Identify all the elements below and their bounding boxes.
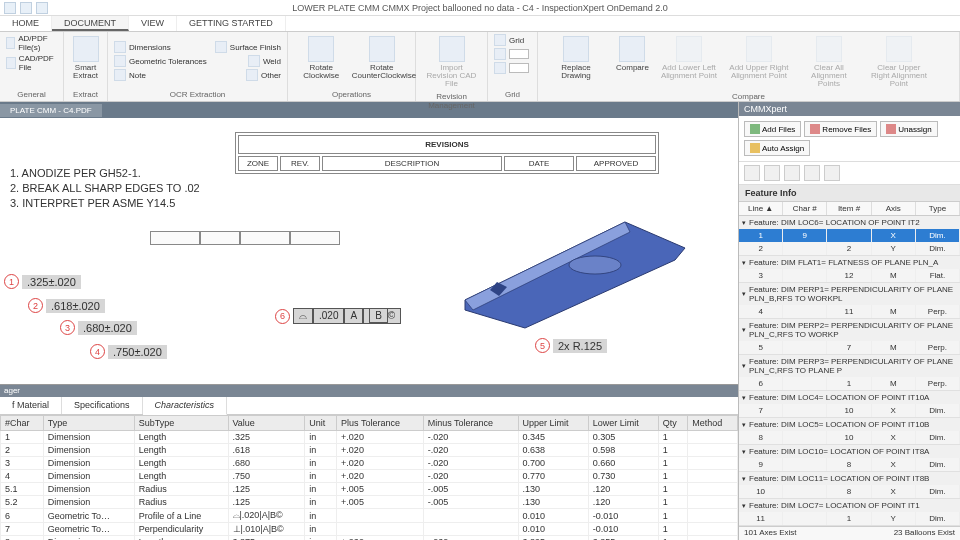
feature-header[interactable]: ▾Feature: DIM FLAT1= FLATNESS OF PLANE P…: [739, 256, 960, 269]
feature-group: ▾Feature: DIM LOC11= LOCATION OF POINT I…: [739, 472, 960, 499]
char-row[interactable]: 2DimensionLength.618in+.020-.0200.6380.5…: [1, 444, 738, 457]
qat-undo-icon[interactable]: [20, 2, 32, 14]
feature-row[interactable]: 411MPerp.: [739, 305, 960, 318]
feature-header[interactable]: ▾Feature: DIM LOC6= LOCATION OF POINT IT…: [739, 216, 960, 229]
unassign-button[interactable]: Unassign: [880, 121, 937, 137]
add-pdf-files-button[interactable]: AD/PDF File(s): [6, 34, 57, 52]
char-col[interactable]: Method: [688, 416, 738, 431]
chevron-down-icon: ▾: [742, 362, 746, 370]
tool-1-icon[interactable]: [744, 165, 760, 181]
tab-getting-started[interactable]: GETTING STARTED: [177, 16, 286, 31]
compare-button[interactable]: Compare: [614, 34, 651, 90]
rotate-ccw-button[interactable]: Rotate CounterClockwise: [355, 34, 410, 88]
char-row[interactable]: 1DimensionLength.325in+.020-.0200.3450.3…: [1, 431, 738, 444]
char-row[interactable]: 3DimensionLength.680in+.020-.0200.7000.6…: [1, 457, 738, 470]
grid-select-1[interactable]: [494, 48, 531, 60]
char-col[interactable]: Qty: [658, 416, 687, 431]
feature-row[interactable]: 57MPerp.: [739, 341, 960, 354]
char-col[interactable]: Plus Tolerance: [337, 416, 424, 431]
smart-extract-button[interactable]: Smart Extract: [70, 34, 101, 88]
feature-row[interactable]: 111YDim.: [739, 512, 960, 525]
feature-group: ▾Feature: DIM FLAT1= FLATNESS OF PLANE P…: [739, 256, 960, 283]
tool-3-icon[interactable]: [784, 165, 800, 181]
feature-row[interactable]: 108XDim.: [739, 485, 960, 498]
feature-header[interactable]: ▾Feature: DIM LOC11= LOCATION OF POINT I…: [739, 472, 960, 485]
qat-save-icon[interactable]: [4, 2, 16, 14]
characteristics-grid[interactable]: #CharTypeSubTypeValueUnitPlus ToleranceM…: [0, 415, 738, 540]
char-col[interactable]: Upper Limit: [518, 416, 588, 431]
balloon-6[interactable]: 6 ⌓ .020 A B©: [275, 308, 401, 324]
feature-info-body[interactable]: ▾Feature: DIM LOC6= LOCATION OF POINT IT…: [739, 216, 960, 526]
feature-header[interactable]: ▾Feature: DIM LOC5= LOCATION OF POINT IT…: [739, 418, 960, 431]
tab-characteristics[interactable]: Characteristics: [143, 397, 228, 415]
char-row[interactable]: 5.2DimensionRadius.125in+.005-.005.130.1…: [1, 496, 738, 509]
feature-row[interactable]: 19XDim.: [739, 229, 960, 242]
document-tab[interactable]: PLATE CMM - C4.PDF: [0, 104, 102, 117]
feature-row[interactable]: 22YDim.: [739, 242, 960, 255]
grid-toggle[interactable]: Grid: [494, 34, 531, 46]
tab-specifications[interactable]: Specifications: [62, 397, 143, 414]
feature-row[interactable]: 710XDim.: [739, 404, 960, 417]
feature-row[interactable]: 810XDim.: [739, 431, 960, 444]
tab-home[interactable]: HOME: [0, 16, 52, 31]
cad-pdf-file-button[interactable]: CAD/PDF File: [6, 54, 57, 72]
chevron-down-icon: ▾: [742, 448, 746, 456]
ocr-dimensions-button[interactable]: DimensionsSurface Finish: [114, 41, 281, 53]
char-col[interactable]: #Char: [1, 416, 44, 431]
char-col[interactable]: Value: [228, 416, 305, 431]
feature-header[interactable]: ▾Feature: DIM PERP2= PERPENDICULARITY OF…: [739, 319, 960, 341]
char-row[interactable]: 8DimensionLength2.875in+.020-.0202.8952.…: [1, 536, 738, 541]
feature-header[interactable]: ▾Feature: DIM PERP3= PERPENDICULARITY OF…: [739, 355, 960, 377]
clear-ur-align-button[interactable]: Clear Upper Right Alignment Point: [867, 34, 931, 90]
add-files-button[interactable]: Add Files: [744, 121, 801, 137]
add-lower-left-button[interactable]: Add Lower Left Alignment Point: [657, 34, 721, 90]
char-col[interactable]: Type: [43, 416, 134, 431]
qat-redo-icon[interactable]: [36, 2, 48, 14]
balloon-5[interactable]: 52x R.125: [535, 338, 607, 353]
char-col[interactable]: Lower Limit: [588, 416, 658, 431]
align-ur-icon: [746, 36, 772, 62]
import-revision-button[interactable]: Import Revision CAD File: [422, 34, 481, 90]
replace-drawing-button[interactable]: Replace Drawing: [544, 34, 608, 90]
char-row[interactable]: 7Geometric To…Perpendicularity⊥|.010|A|B…: [1, 523, 738, 536]
tab-document[interactable]: DOCUMENT: [52, 16, 129, 31]
grid-select-2[interactable]: [494, 62, 531, 74]
char-col[interactable]: SubType: [134, 416, 228, 431]
status-balloons: 23 Balloons Exist: [894, 528, 955, 539]
balloon-3[interactable]: 3.680±.020: [60, 320, 137, 335]
char-row[interactable]: 6Geometric To…Profile of a Line⌓|.020|A|…: [1, 509, 738, 523]
tab-view[interactable]: VIEW: [129, 16, 177, 31]
feature-row[interactable]: 98XDim.: [739, 458, 960, 471]
tool-4-icon[interactable]: [804, 165, 820, 181]
rotate-cw-icon: [308, 36, 334, 62]
auto-assign-button[interactable]: Auto Assign: [744, 140, 810, 156]
drawing-canvas[interactable]: REVISIONS ZONE REV. DESCRIPTION DATE APP…: [0, 118, 738, 384]
add-upper-right-button[interactable]: Add Upper Right Alignment Point: [727, 34, 791, 90]
feature-row[interactable]: 61MPerp.: [739, 377, 960, 390]
char-col[interactable]: Minus Tolerance: [423, 416, 518, 431]
feature-header[interactable]: ▾Feature: DIM PERP1= PERPENDICULARITY OF…: [739, 283, 960, 305]
char-row[interactable]: 5.1DimensionRadius.125in+.005-.005.130.1…: [1, 483, 738, 496]
feature-header[interactable]: ▾Feature: DIM LOC4= LOCATION OF POINT IT…: [739, 391, 960, 404]
ocr-note-button[interactable]: NoteOther: [114, 69, 281, 81]
clear-align-icon: [816, 36, 842, 62]
tab-material[interactable]: f Material: [0, 397, 62, 414]
file-icon: [6, 37, 15, 49]
quick-access-toolbar: [4, 2, 48, 14]
tool-5-icon[interactable]: [824, 165, 840, 181]
balloon-1[interactable]: 1.325±.020: [4, 274, 81, 289]
feature-header[interactable]: ▾Feature: DIM LOC10= LOCATION OF POINT I…: [739, 445, 960, 458]
ocr-geotol-button[interactable]: Geometric TolerancesWeld: [114, 55, 281, 67]
remove-files-button[interactable]: Remove Files: [804, 121, 877, 137]
char-row[interactable]: 4DimensionLength.750in+.020-.0200.7700.7…: [1, 470, 738, 483]
rotate-cw-button[interactable]: Rotate Clockwise: [294, 34, 349, 88]
char-col[interactable]: Unit: [305, 416, 337, 431]
file-icon: [6, 57, 16, 69]
feature-row[interactable]: 312MFlat.: [739, 269, 960, 282]
dim-strip: [150, 231, 350, 245]
clear-all-align-button[interactable]: Clear All Alignment Points: [797, 34, 861, 90]
balloon-4[interactable]: 4.750±.020: [90, 344, 167, 359]
feature-header[interactable]: ▾Feature: DIM LOC7= LOCATION OF POINT IT…: [739, 499, 960, 512]
tool-2-icon[interactable]: [764, 165, 780, 181]
balloon-2[interactable]: 2.618±.020: [28, 298, 105, 313]
